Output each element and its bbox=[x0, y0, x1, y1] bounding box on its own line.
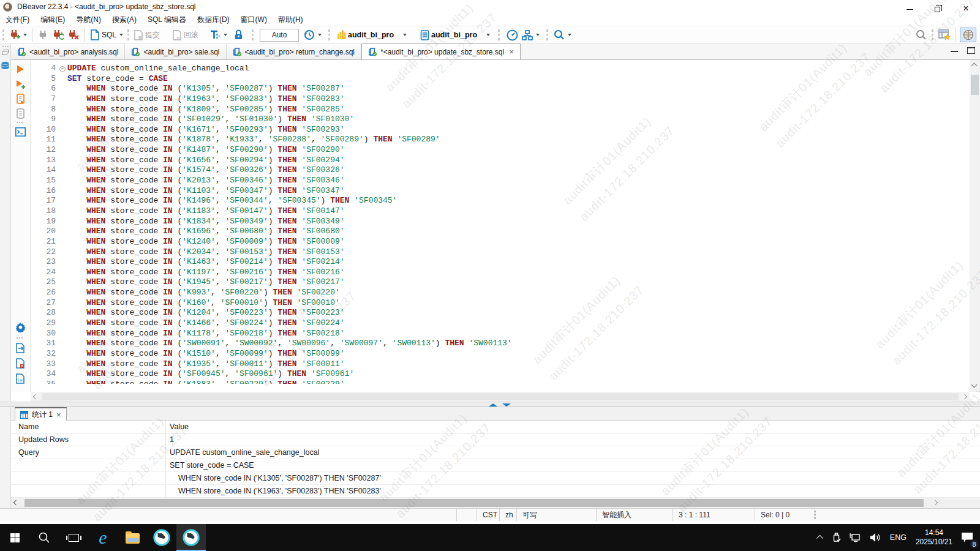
start-button[interactable] bbox=[0, 524, 29, 551]
dbeaver-taskbar-button-1[interactable] bbox=[147, 524, 176, 551]
stats-col-value: Value bbox=[165, 422, 189, 431]
status-field-1: CST bbox=[477, 509, 499, 521]
menu-item-6[interactable]: 窗口(W) bbox=[235, 15, 273, 25]
code-line-31: 31 WHEN store_code IN ('SW00091', 'SW000… bbox=[31, 339, 512, 349]
editor-tab-0[interactable]: <audit_bi_pro> analysis.sql bbox=[11, 44, 125, 59]
execute-new-tab-icon[interactable] bbox=[15, 80, 26, 90]
menu-item-0[interactable]: 文件(F) bbox=[0, 15, 35, 25]
sash-up-arrow[interactable] bbox=[489, 403, 497, 407]
code-line-10: 10 WHEN store_code IN ('K1671', 'SF00293… bbox=[31, 125, 512, 135]
dbeaver-taskbar-button-2[interactable] bbox=[176, 524, 206, 551]
script-output-icon[interactable]: (ω) bbox=[15, 373, 25, 384]
sash-down-arrow[interactable] bbox=[502, 403, 511, 407]
window-title: DBeaver 22.3.4 - <audit_bi_pro> update_s… bbox=[17, 2, 196, 11]
transaction-history-button[interactable] bbox=[302, 27, 323, 43]
stats-col-name: Name bbox=[11, 422, 165, 431]
lock-button[interactable] bbox=[232, 27, 246, 43]
sql-file-tab-icon bbox=[131, 47, 140, 56]
code-line-9: 9 WHEN store_code IN ('SF01029', 'SF0103… bbox=[31, 114, 512, 125]
database-navigator-icon[interactable] bbox=[1, 61, 10, 70]
database-name: audit_bi_pro bbox=[348, 31, 394, 39]
code-line-33: 33 WHEN store_code IN ('K1935', 'SF00011… bbox=[31, 359, 512, 370]
code-line-14: 14 WHEN store_code IN ('K1574', 'SF00326… bbox=[31, 165, 512, 176]
language-indicator[interactable]: ENG bbox=[886, 524, 911, 551]
main-toolbar: SQL 提交 回滚 Auto audit_bi_pro bbox=[0, 26, 980, 44]
open-perspective-icon[interactable] bbox=[938, 29, 952, 41]
menu-item-2[interactable]: 导航(N) bbox=[70, 15, 107, 25]
menu-item-1[interactable]: 编辑(E) bbox=[35, 15, 70, 25]
connect-button[interactable] bbox=[36, 27, 50, 43]
search-button[interactable] bbox=[552, 27, 573, 43]
panel-tab-label: 统计 1 bbox=[32, 410, 53, 420]
editor-tab-3[interactable]: *<audit_bi_pro> update_sbz_store.sql× bbox=[361, 43, 521, 59]
auto-commit-value: Auto bbox=[272, 31, 287, 39]
editor-tab-1[interactable]: <audit_bi_pro> sale.sql bbox=[125, 44, 226, 59]
code-line-8: 8 WHEN store_code IN ('K1809', 'SF00285'… bbox=[31, 105, 512, 115]
reconnect-button[interactable] bbox=[50, 27, 66, 43]
stats-row-1[interactable]: QueryUPDATE custom_online_sale_change_lo… bbox=[11, 446, 980, 459]
taskbar-search-button[interactable] bbox=[29, 524, 59, 551]
sql-file-tab-icon bbox=[17, 47, 26, 56]
menu-item-3[interactable]: 搜索(A) bbox=[107, 15, 142, 25]
lock-icon bbox=[233, 29, 244, 40]
transaction-log-button[interactable] bbox=[208, 27, 229, 43]
sql-file-tab-icon bbox=[368, 47, 377, 56]
dashboard-button[interactable] bbox=[505, 27, 520, 43]
editor-tab-2[interactable]: <audit_bi_pro> return_change.sql bbox=[227, 44, 361, 59]
stats-row-2[interactable]: SET store_code = CASE bbox=[11, 459, 980, 472]
tab-statistics[interactable]: 统计 1 × bbox=[15, 407, 67, 421]
tray-expand-button[interactable] bbox=[814, 524, 827, 551]
usb-tray-icon[interactable] bbox=[827, 524, 845, 551]
sql-editor-button[interactable]: SQL bbox=[88, 27, 125, 43]
statistics-panel: 统计 1 × NameValueUpdated Rows1QueryUPDATE… bbox=[11, 407, 980, 508]
minimize-editor-icon[interactable] bbox=[951, 47, 958, 52]
editor-horizontal-scrollbar[interactable] bbox=[31, 392, 970, 402]
code-line-12: 12 WHEN store_code IN ('K1487', 'SF00290… bbox=[31, 145, 512, 156]
stats-row-0[interactable]: Updated Rows1 bbox=[11, 433, 980, 446]
sql-editor[interactable]: 4UPDATE custom_online_sale_change_local5… bbox=[31, 60, 970, 384]
export-result-icon[interactable] bbox=[15, 343, 25, 353]
stats-row-4[interactable]: WHEN store_code IN ('K1963', 'SF00283') … bbox=[11, 485, 980, 498]
file-explorer-button[interactable] bbox=[118, 524, 147, 551]
code-line-17: 17 WHEN store_code IN ('K1496', 'SF00344… bbox=[31, 196, 512, 206]
code-line-18: 18 WHEN store_code IN ('K1183', 'SF00147… bbox=[31, 206, 512, 217]
panel-tab-close-icon[interactable]: × bbox=[56, 411, 61, 419]
disconnect-button[interactable] bbox=[66, 27, 81, 43]
database-select[interactable]: audit_bi_pro bbox=[335, 27, 409, 43]
panel-sash[interactable] bbox=[0, 402, 980, 407]
quick-search-icon[interactable] bbox=[916, 29, 927, 40]
commit-button[interactable]: 提交 bbox=[132, 27, 162, 43]
open-console-icon[interactable] bbox=[15, 127, 26, 137]
network-tray-icon[interactable] bbox=[845, 524, 865, 551]
panel-horizontal-scrollbar[interactable] bbox=[11, 498, 980, 508]
menu-item-4[interactable]: SQL 编辑器 bbox=[142, 15, 192, 25]
explain-plan-icon[interactable] bbox=[15, 108, 26, 119]
volume-tray-icon[interactable] bbox=[865, 524, 886, 551]
execute-statement-icon[interactable] bbox=[15, 64, 25, 74]
taskbar-clock[interactable]: 14:54 2025/10/21 bbox=[911, 528, 957, 547]
commit-mode-select[interactable]: Auto bbox=[260, 29, 299, 42]
action-center-button[interactable]: 8 bbox=[957, 524, 980, 551]
tab-close-icon[interactable]: × bbox=[509, 47, 514, 56]
stats-row-3[interactable]: WHEN store_code IN ('K1305', 'SF00287') … bbox=[11, 472, 980, 485]
restore-views-icon[interactable] bbox=[2, 51, 9, 55]
save-file-icon[interactable] bbox=[15, 358, 25, 369]
maximize-editor-icon[interactable] bbox=[967, 47, 975, 54]
editor-vertical-scrollbar[interactable] bbox=[970, 60, 980, 392]
settings-gear-icon[interactable] bbox=[15, 322, 26, 332]
execute-script-icon[interactable] bbox=[15, 94, 26, 105]
status-bar: CSTzh可写智能插入3 : 1 : 111Sel: 0 | 0 bbox=[0, 508, 980, 521]
dbeaver-perspective-button[interactable] bbox=[960, 28, 976, 42]
menu-item-5[interactable]: 数据库(D) bbox=[192, 15, 235, 25]
internet-explorer-button[interactable]: e bbox=[88, 524, 118, 551]
code-line-29: 29 WHEN store_code IN ('K1466', 'SF00224… bbox=[31, 318, 512, 329]
task-view-button[interactable] bbox=[59, 524, 88, 551]
rollback-button[interactable]: 回滚 bbox=[170, 27, 200, 43]
schema-select[interactable]: audit_bi_pro bbox=[418, 27, 492, 43]
menu-item-7[interactable]: 帮助(H) bbox=[273, 15, 309, 25]
code-line-15: 15 WHEN store_code IN ('K2013', 'SF00346… bbox=[31, 176, 512, 186]
folder-icon bbox=[126, 533, 140, 544]
er-diagram-button[interactable] bbox=[520, 27, 541, 43]
sql-file-icon bbox=[89, 29, 100, 40]
new-connection-button[interactable] bbox=[7, 27, 29, 43]
